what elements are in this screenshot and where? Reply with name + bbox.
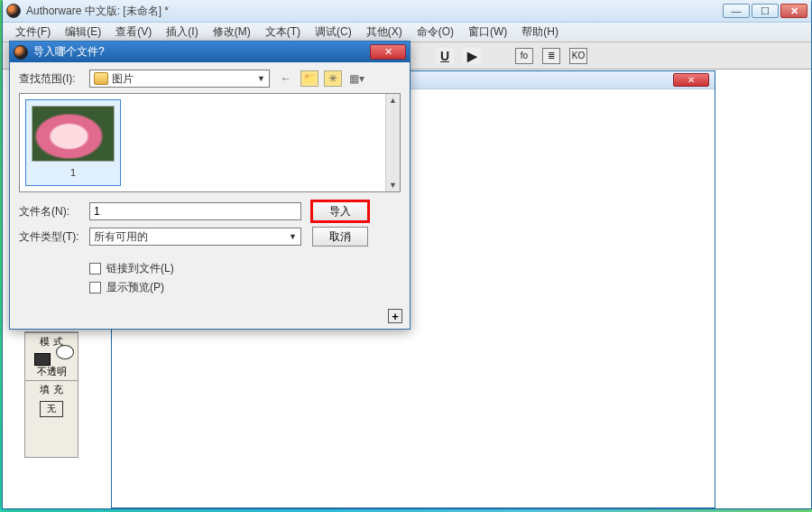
fo-icon[interactable]: fo — [515, 48, 533, 64]
dialog-close-button[interactable]: ✕ — [370, 44, 406, 60]
minimize-button[interactable]: — — [723, 4, 750, 18]
new-folder-icon[interactable]: ✳ — [324, 70, 342, 87]
menu-other[interactable]: 其他(X) — [359, 24, 410, 40]
underline-icon[interactable]: U — [436, 48, 454, 64]
close-button[interactable]: ✕ — [780, 4, 807, 18]
dialog-icon — [14, 45, 28, 60]
import-dialog: 导入哪个文件? ✕ 查找范围(I): 图片 ▼ ← 📁 ✳ ▦▾ 1 ▲▼ — [9, 41, 411, 330]
align-icon[interactable]: ≣ — [542, 48, 560, 64]
title-bar[interactable]: Authorware 中文版: [未命名] * — ☐ ✕ — [3, 0, 811, 23]
play-icon[interactable]: ▶ — [463, 48, 481, 64]
filetype-label: 文件类型(T): — [19, 229, 89, 245]
maximize-button[interactable]: ☐ — [752, 4, 779, 18]
menu-bar: 文件(F) 编辑(E) 查看(V) 插入(I) 修改(M) 文本(T) 调试(C… — [3, 23, 811, 42]
link-checkbox[interactable] — [89, 263, 101, 275]
folder-icon — [94, 72, 108, 85]
canvas-close-button[interactable]: ✕ — [673, 73, 709, 87]
preview-checkbox-label: 显示预览(P) — [106, 280, 164, 295]
fill-section-label: 填 充 — [25, 380, 78, 398]
lookin-label: 查找范围(I): — [19, 71, 89, 87]
dialog-title: 导入哪个文件? — [33, 44, 370, 60]
side-panel: 模 式 不透明 填 充 无 — [24, 331, 78, 458]
filetype-combo[interactable]: 所有可用的 ▼ — [89, 228, 301, 246]
import-button[interactable]: 导入 — [312, 201, 368, 221]
menu-help[interactable]: 帮助(H) — [514, 24, 566, 40]
thumbnail-label: 1 — [29, 163, 117, 178]
lookin-value: 图片 — [112, 72, 134, 85]
app-icon — [6, 4, 21, 18]
file-list[interactable]: 1 ▲▼ — [19, 93, 401, 192]
scrollbar[interactable]: ▲▼ — [385, 94, 400, 191]
menu-debug[interactable]: 调试(C) — [308, 24, 359, 40]
menu-command[interactable]: 命令(O) — [410, 24, 461, 40]
menu-view[interactable]: 查看(V) — [108, 24, 159, 40]
menu-modify[interactable]: 修改(M) — [206, 24, 258, 40]
dialog-body: 查找范围(I): 图片 ▼ ← 📁 ✳ ▦▾ 1 ▲▼ 文件名(N): 导入 — [10, 62, 410, 306]
menu-text[interactable]: 文本(T) — [258, 24, 308, 40]
ko-icon[interactable]: KO — [569, 48, 587, 64]
window-title: Authorware 中文版: [未命名] * — [26, 4, 723, 19]
dialog-titlebar[interactable]: 导入哪个文件? ✕ — [10, 42, 410, 62]
file-thumb-selected[interactable]: 1 — [25, 99, 121, 186]
mode-value: 不透明 — [25, 363, 78, 380]
menu-edit[interactable]: 编辑(E) — [58, 24, 108, 40]
scroll-up-icon[interactable]: ▲ — [389, 96, 397, 105]
up-folder-icon[interactable]: 📁 — [300, 70, 318, 87]
mode-swatch-fg[interactable] — [56, 345, 74, 359]
cancel-button[interactable]: 取消 — [312, 227, 368, 247]
thumbnail-image — [32, 106, 115, 162]
chevron-down-icon: ▼ — [257, 74, 265, 83]
window-controls: — ☐ ✕ — [723, 4, 807, 18]
chevron-down-icon: ▼ — [289, 232, 297, 241]
filename-input[interactable] — [89, 202, 301, 220]
filetype-value: 所有可用的 — [94, 229, 148, 245]
preview-checkbox[interactable] — [89, 282, 101, 293]
fill-swatch[interactable]: 无 — [40, 401, 63, 417]
expand-button[interactable]: + — [388, 309, 402, 323]
view-menu-icon[interactable]: ▦▾ — [347, 70, 365, 87]
link-checkbox-label: 链接到文件(L) — [106, 261, 174, 276]
back-icon[interactable]: ← — [277, 70, 295, 87]
filename-label: 文件名(N): — [19, 204, 89, 219]
scroll-down-icon[interactable]: ▼ — [389, 181, 397, 190]
menu-window[interactable]: 窗口(W) — [461, 24, 514, 40]
menu-insert[interactable]: 插入(I) — [159, 24, 205, 40]
menu-file[interactable]: 文件(F) — [8, 24, 58, 40]
lookin-combo[interactable]: 图片 ▼ — [89, 70, 270, 88]
